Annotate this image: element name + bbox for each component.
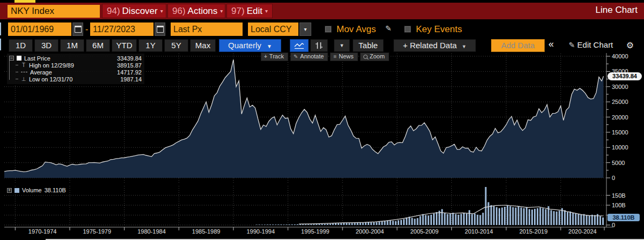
svg-text:10000: 10000: [612, 144, 628, 151]
key-events-label: Key Events: [416, 22, 462, 36]
security-field[interactable]: NKY Index: [8, 5, 100, 18]
period-tab-max[interactable]: Max: [190, 39, 216, 52]
period-tab-1m[interactable]: 1M: [60, 39, 84, 52]
pencil-icon[interactable]: ✎: [385, 24, 392, 33]
svg-text:1990-1994: 1990-1994: [246, 228, 275, 235]
tree-branch: [16, 65, 18, 65]
annotate-label: Annotate: [300, 53, 324, 60]
chevron-down-icon: ▼: [267, 43, 272, 49]
menu-label: Edit: [247, 6, 262, 16]
key-events-checkbox[interactable]: [404, 26, 411, 33]
line-chart-icon: [294, 42, 305, 49]
legend-label: Average: [30, 69, 108, 76]
chart-legend[interactable]: − Last Price 33439.84 T High on 12/29/89…: [7, 54, 144, 84]
volume-legend[interactable]: + Volume 38.110B: [7, 187, 66, 193]
menu-edit[interactable]: 97)Edit▾: [226, 4, 273, 18]
line-chart-type-button[interactable]: [290, 39, 309, 52]
svg-text:30000: 30000: [612, 84, 628, 90]
window-edge-mark: [0, 39, 1, 50]
related-data-dropdown[interactable]: + Related Data ▼: [393, 39, 476, 52]
calendar-icon: [75, 26, 82, 33]
chart-settings-button[interactable]: ⚙: [623, 39, 638, 52]
legend-value: 33439.84: [111, 55, 142, 62]
collapse-panel-button[interactable]: «: [548, 39, 554, 50]
svg-text:1985-1989: 1985-1989: [192, 228, 221, 235]
magnifier-icon: [363, 55, 368, 59]
news-button[interactable]: ≡ News: [330, 52, 357, 61]
period-tab-5y[interactable]: 5Y: [164, 39, 188, 52]
title-bar: NKY Index 94)Discover▾ 96)Actions▾ 97)Ed…: [0, 3, 644, 19]
crosshair-icon: +: [264, 53, 267, 60]
menu-number: 94): [107, 6, 120, 16]
legend-tree-line: [9, 61, 10, 80]
volume-label: Volume: [22, 187, 42, 193]
chart-mode-title: Line Chart: [596, 5, 638, 16]
track-label: Track: [269, 53, 284, 60]
period-tab-ytd[interactable]: YTD: [112, 39, 137, 52]
candle-chart-type-button[interactable]: [310, 39, 328, 52]
date-from-calendar-button[interactable]: [72, 22, 83, 36]
chevron-down-icon: ▾: [160, 8, 163, 14]
svg-text:2005-2009: 2005-2009: [410, 228, 438, 235]
date-to-input[interactable]: 11/27/2023: [90, 22, 153, 36]
gear-icon: ⚙: [626, 40, 634, 51]
price-field-select[interactable]: Last Px: [171, 22, 243, 36]
legend-row-low: ⊥ Low on 12/31/70 1987.14: [9, 76, 142, 82]
menu-number: 96): [172, 6, 186, 16]
chart-type-more-dropdown[interactable]: ▼: [334, 39, 350, 52]
svg-text:150B: 150B: [612, 192, 626, 199]
collapse-tree-icon[interactable]: −: [9, 56, 14, 61]
volume-swatch-icon: [14, 188, 19, 193]
track-button[interactable]: + Track: [261, 52, 288, 61]
currency-dropdown-button[interactable]: ▾: [299, 22, 311, 36]
pencil-icon: ✎: [569, 41, 575, 49]
zoom-button[interactable]: Zoom: [360, 52, 389, 61]
table-button[interactable]: Table: [353, 39, 384, 52]
period-tab-3d[interactable]: 3D: [34, 39, 58, 52]
edit-chart-label: Edit Chart: [577, 40, 613, 49]
svg-text:2015-2019: 2015-2019: [519, 228, 548, 235]
svg-text:25000: 25000: [612, 99, 628, 105]
expand-tree-icon[interactable]: +: [7, 188, 12, 193]
chevron-down-icon: ▾: [265, 8, 268, 14]
candlestick-icon: [315, 42, 323, 49]
high-marker-icon: T: [21, 63, 26, 68]
menu-actions[interactable]: 96)Actions▾: [167, 4, 225, 18]
legend-value: 14717.92: [111, 69, 142, 76]
menu-discover[interactable]: 94)Discover▾: [102, 4, 166, 18]
date-to-calendar-button[interactable]: [155, 22, 165, 36]
period-tab-1d[interactable]: 1D: [9, 39, 33, 52]
low-marker-icon: ⊥: [21, 77, 26, 82]
svg-text:1980-1984: 1980-1984: [137, 228, 166, 235]
last-price-swatch-icon: [17, 56, 21, 61]
related-data-label: + Related Data: [403, 41, 457, 50]
chevron-down-icon: ▼: [340, 40, 345, 51]
chart-tool-chips: + Track ✎ Annotate ≡ News Zoom: [261, 52, 389, 61]
tree-branch: [16, 72, 18, 72]
average-line-icon: [21, 72, 27, 72]
edit-chart-button[interactable]: ✎ Edit Chart: [562, 39, 619, 52]
svg-text:0: 0: [612, 175, 615, 181]
add-data-input[interactable]: Add Data: [491, 39, 545, 52]
svg-text:2020-2024: 2020-2024: [568, 228, 597, 235]
period-tab-1y[interactable]: 1Y: [138, 39, 163, 52]
annotate-button[interactable]: ✎ Annotate: [290, 52, 328, 61]
period-tab-6m[interactable]: 6M: [86, 39, 110, 52]
volume-value: 38.110B: [45, 187, 66, 193]
date-from-input[interactable]: 01/01/1969: [8, 22, 71, 36]
legend-row-high: T High on 12/29/89 38915.87: [9, 62, 142, 69]
frequency-label: Quarterly: [228, 41, 261, 50]
menu-label: Actions: [188, 6, 218, 16]
svg-text:100B: 100B: [612, 202, 626, 208]
svg-text:15000: 15000: [612, 129, 628, 136]
chevron-down-icon: ▾: [220, 8, 223, 14]
currency-select[interactable]: Local CCY: [248, 22, 298, 36]
mov-avgs-checkbox[interactable]: [325, 26, 332, 33]
date-range-separator: -: [85, 22, 88, 36]
frequency-dropdown[interactable]: Quarterly ▼: [219, 39, 281, 52]
legend-row-last-price: − Last Price 33439.84: [9, 55, 142, 62]
pencil-icon: ✎: [294, 53, 298, 60]
svg-text:1995-1999: 1995-1999: [301, 228, 330, 235]
chevron-down-icon: ▼: [462, 44, 466, 49]
news-icon: ≡: [333, 53, 336, 60]
